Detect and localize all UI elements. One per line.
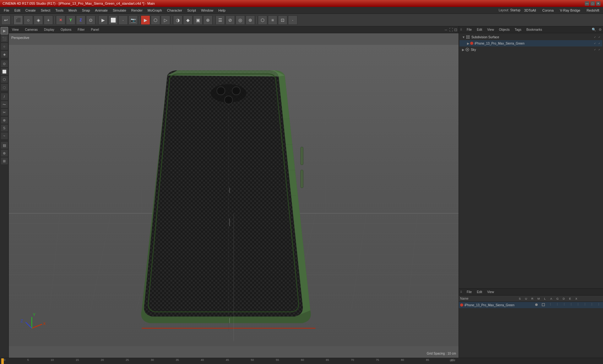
menu-vraybridge[interactable]: V-Ray Bridge	[557, 8, 583, 13]
attr-icon-d[interactable]: ⋮	[582, 303, 588, 307]
tool-y-axis[interactable]: Y	[66, 15, 75, 25]
menu-character[interactable]: Character	[165, 8, 185, 13]
sidebar-tool-live-selection[interactable]: ⊙	[1, 60, 8, 67]
viewport[interactable]: Perspective	[9, 33, 459, 358]
vis-eye-icon-sky[interactable]: ✓	[593, 48, 597, 51]
tool-x-axis[interactable]: ✕	[56, 15, 65, 25]
sidebar-tool-texture-axis[interactable]: ⊛	[1, 149, 8, 157]
attr-icon-g[interactable]: ⋮	[575, 303, 581, 307]
menu-corona[interactable]: Corona	[540, 8, 556, 13]
tool-hidden-line[interactable]: ◎	[236, 15, 245, 25]
viewport-menu-display[interactable]: Display	[42, 28, 56, 32]
menu-3dtoall[interactable]: 3DToAll	[522, 8, 539, 13]
vis-render-icon[interactable]: ✓	[597, 35, 601, 39]
menu-tools[interactable]: Tools	[53, 8, 66, 13]
attr-menu-edit[interactable]: Edit	[475, 290, 484, 294]
tool-flat-shading[interactable]: ⊛	[246, 15, 255, 25]
sidebar-tool-texture-proj[interactable]: ▤	[1, 142, 8, 149]
viewport-expand-icon[interactable]: ↔	[444, 28, 448, 32]
menu-animate[interactable]: Animate	[93, 8, 110, 13]
menu-mesh[interactable]: Mesh	[66, 8, 79, 13]
attr-menu-view[interactable]: View	[485, 290, 496, 294]
attr-icon-r[interactable]: ⋮	[547, 303, 553, 307]
sidebar-tool-pen[interactable]: /	[1, 93, 8, 100]
tool-point-mode[interactable]: ·	[118, 15, 128, 25]
viewport-menu-filter[interactable]: Filter	[76, 28, 86, 32]
menu-select[interactable]: Select	[38, 8, 53, 13]
close-button[interactable]: ✕	[596, 1, 600, 6]
tool-render-full[interactable]: ▷	[161, 15, 170, 25]
tool-layer-manager[interactable]: ⊕	[203, 15, 213, 25]
menu-simulate[interactable]: Simulate	[110, 8, 129, 13]
tool-render-region[interactable]: ⬡	[151, 15, 160, 25]
obj-item-iphone[interactable]: ▶ iPhone_13_Pro_Max_Sierra_Green ✓ ✓	[459, 40, 602, 46]
tool-object-mode[interactable]: ▶	[98, 15, 108, 25]
tool-world-axis[interactable]: ⊙	[86, 15, 95, 25]
attr-icon-s[interactable]	[533, 303, 540, 307]
tool-transform[interactable]: +	[44, 15, 53, 25]
menu-create[interactable]: Create	[23, 8, 38, 13]
maximize-button[interactable]: □	[590, 1, 595, 6]
om-menu-view[interactable]: View	[485, 28, 496, 32]
tool-move[interactable]: ⬛	[14, 15, 23, 25]
sidebar-tool-twist[interactable]: ~	[1, 132, 8, 140]
tool-scale[interactable]: ○	[24, 15, 33, 25]
attr-selected-row[interactable]: iPhone_13_Pro_Max_Sierra_Green ⋮ ⋮ ⋮ ⋮ ⋮…	[459, 302, 603, 308]
attr-icon-e[interactable]: ⋮	[589, 303, 595, 307]
sidebar-tool-knife[interactable]: ✂	[1, 109, 8, 116]
sidebar-tool-rotate[interactable]: ◈	[1, 51, 8, 58]
om-menu-edit[interactable]: Edit	[475, 28, 484, 32]
menu-snap[interactable]: Snap	[79, 8, 93, 13]
vis-render-icon-iphone[interactable]: ✓	[597, 41, 601, 45]
viewport-menu-cameras[interactable]: Cameras	[23, 28, 40, 32]
menu-edit[interactable]: Edit	[12, 8, 23, 13]
sidebar-tool-poly-selection[interactable]: ⬡	[1, 76, 8, 83]
tool-z-axis[interactable]: Z	[76, 15, 85, 25]
tool-floor[interactable]: ·	[288, 15, 297, 25]
sidebar-tool-brush[interactable]: 〜	[1, 101, 8, 108]
sidebar-tool-texture-uv[interactable]: ⊞	[1, 157, 8, 165]
menu-script[interactable]: Script	[185, 8, 198, 13]
viewport-menu-view[interactable]: View	[10, 28, 21, 32]
menu-render[interactable]: Render	[129, 8, 145, 13]
menu-file[interactable]: File	[1, 8, 12, 13]
attr-icon-u[interactable]	[540, 303, 546, 307]
tool-snap[interactable]: ≡	[268, 15, 277, 25]
sidebar-tool-rect-selection[interactable]: ⬜	[1, 68, 8, 75]
om-menu-file[interactable]: File	[465, 28, 474, 32]
obj-item-sky[interactable]: ▶ Sky ✓ ✓	[459, 46, 602, 53]
tool-display-shading[interactable]: ☰	[215, 15, 225, 25]
viewport-layout-icon[interactable]: ⛶	[449, 28, 453, 32]
tool-material-manager[interactable]: ◆	[183, 15, 193, 25]
attr-icon-m[interactable]: ⋮	[554, 303, 560, 307]
tool-polygon-mode[interactable]: ⬜	[108, 15, 118, 25]
sidebar-tool-scale[interactable]: ○	[1, 43, 8, 50]
tool-render-preview[interactable]: ▶	[141, 15, 150, 25]
om-menu-objects[interactable]: Objects	[497, 28, 512, 32]
vis-eye-icon-iphone[interactable]: ✓	[593, 41, 597, 45]
tool-texture-manager[interactable]: ▣	[193, 15, 203, 25]
viewport-menu-options[interactable]: Options	[59, 28, 73, 32]
minimize-button[interactable]: —	[585, 1, 589, 6]
sidebar-tool-select[interactable]: ▶	[1, 27, 8, 35]
attr-icon-x[interactable]: ⋮	[595, 303, 602, 307]
om-settings-icon[interactable]: ⚙	[599, 28, 602, 32]
viewport-fullscreen-icon[interactable]: ⊡	[454, 28, 457, 32]
menu-window[interactable]: Window	[198, 8, 216, 13]
sidebar-tool-magnet[interactable]: ⊕	[1, 116, 8, 124]
menu-redshift[interactable]: Redshift	[584, 8, 602, 13]
sidebar-tool-loop-selection[interactable]: ◌	[1, 83, 8, 91]
tool-undo[interactable]: ↩	[1, 15, 11, 25]
om-menu-bookmarks[interactable]: Bookmarks	[524, 28, 544, 32]
tool-grid[interactable]: ⬡	[258, 15, 267, 25]
sidebar-tool-move[interactable]: ⬛	[1, 35, 8, 42]
tool-wireframe[interactable]: ⊘	[225, 15, 235, 25]
om-menu-tags[interactable]: Tags	[513, 28, 523, 32]
attr-icon-l[interactable]: ⋮	[561, 303, 567, 307]
tool-rotate[interactable]: ◈	[34, 15, 43, 25]
tool-workplane[interactable]: ⊡	[278, 15, 287, 25]
tool-edit-render-settings[interactable]: ◑	[173, 15, 182, 25]
viewport-menu-panel[interactable]: Panel	[89, 28, 101, 32]
menu-help[interactable]: Help	[216, 8, 228, 13]
vis-render-icon-sky[interactable]: ✓	[597, 48, 601, 51]
